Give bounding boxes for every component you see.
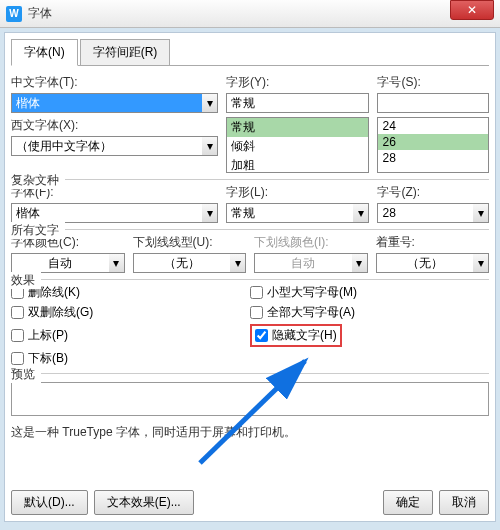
smallcaps-checkbox[interactable] (250, 286, 263, 299)
underline-select[interactable] (133, 253, 231, 273)
list-item[interactable]: 加粗 (227, 156, 368, 173)
tab-font[interactable]: 字体(N) (11, 39, 78, 66)
west-font-label: 西文字体(X): (11, 117, 218, 134)
complex-legend: 复杂文种 (11, 172, 65, 189)
dstrike-checkbox[interactable] (11, 306, 24, 319)
complex-font-input[interactable] (11, 203, 202, 223)
dropdown-icon[interactable]: ▾ (473, 253, 489, 273)
subscript-checkbox[interactable] (11, 352, 24, 365)
dropdown-icon[interactable]: ▾ (473, 203, 489, 223)
close-button[interactable]: ✕ (450, 0, 494, 20)
allcaps-checkbox[interactable] (250, 306, 263, 319)
cjk-font-label: 中文字体(T): (11, 74, 218, 91)
complex-size-label: 字号(Z): (377, 184, 489, 201)
cjk-font-dropdown[interactable]: ▾ (202, 93, 218, 113)
dropdown-icon[interactable]: ▾ (353, 203, 369, 223)
cancel-button[interactable]: 取消 (439, 490, 489, 515)
list-item[interactable]: 倾斜 (227, 137, 368, 156)
size-label: 字号(S): (377, 74, 489, 91)
superscript-label: 上标(P) (28, 327, 68, 344)
window-title: 字体 (28, 5, 450, 22)
ok-button[interactable]: 确定 (383, 490, 433, 515)
west-font-dropdown[interactable]: ▾ (202, 136, 218, 156)
style-input[interactable] (226, 93, 369, 113)
tab-spacing[interactable]: 字符间距(R) (80, 39, 171, 65)
dropdown-icon[interactable]: ▾ (202, 203, 218, 223)
style-listbox[interactable]: 常规 倾斜 加粗 (226, 117, 369, 173)
hidden-label: 隐藏文字(H) (272, 327, 337, 344)
effects-legend: 效果 (11, 272, 41, 289)
allcaps-label: 全部大写字母(A) (267, 304, 355, 321)
emphasis-label: 着重号: (376, 234, 490, 251)
smallcaps-label: 小型大写字母(M) (267, 284, 357, 301)
ulcolor-label: 下划线颜色(I): (254, 234, 368, 251)
size-listbox[interactable]: 24 26 28 (377, 117, 489, 173)
textfx-button[interactable]: 文本效果(E)... (94, 490, 194, 515)
dstrike-label: 双删除线(G) (28, 304, 93, 321)
list-item[interactable]: 24 (378, 118, 488, 134)
subscript-label: 下标(B) (28, 350, 68, 367)
preview-legend: 预览 (11, 366, 41, 383)
complex-style-label: 字形(L): (226, 184, 369, 201)
size-input[interactable] (377, 93, 489, 113)
default-button[interactable]: 默认(D)... (11, 490, 88, 515)
underline-label: 下划线线型(U): (133, 234, 247, 251)
close-icon: ✕ (467, 3, 477, 17)
superscript-checkbox[interactable] (11, 329, 24, 342)
west-font-input[interactable] (11, 136, 202, 156)
list-item[interactable]: 常规 (227, 118, 368, 137)
style-label: 字形(Y): (226, 74, 369, 91)
complex-size-input[interactable] (377, 203, 473, 223)
list-item[interactable]: 26 (378, 134, 488, 150)
cjk-font-input[interactable] (11, 93, 202, 113)
color-select[interactable] (11, 253, 109, 273)
preview-box (11, 382, 489, 416)
footer-note: 这是一种 TrueType 字体，同时适用于屏幕和打印机。 (11, 424, 489, 441)
hidden-checkbox[interactable] (255, 329, 268, 342)
emphasis-select[interactable] (376, 253, 474, 273)
dropdown-icon: ▾ (352, 253, 368, 273)
allchar-legend: 所有文字 (11, 222, 65, 239)
ulcolor-select (254, 253, 352, 273)
complex-style-input[interactable] (226, 203, 353, 223)
app-icon: W (6, 6, 22, 22)
dropdown-icon[interactable]: ▾ (230, 253, 246, 273)
dropdown-icon[interactable]: ▾ (109, 253, 125, 273)
list-item[interactable]: 28 (378, 150, 488, 166)
